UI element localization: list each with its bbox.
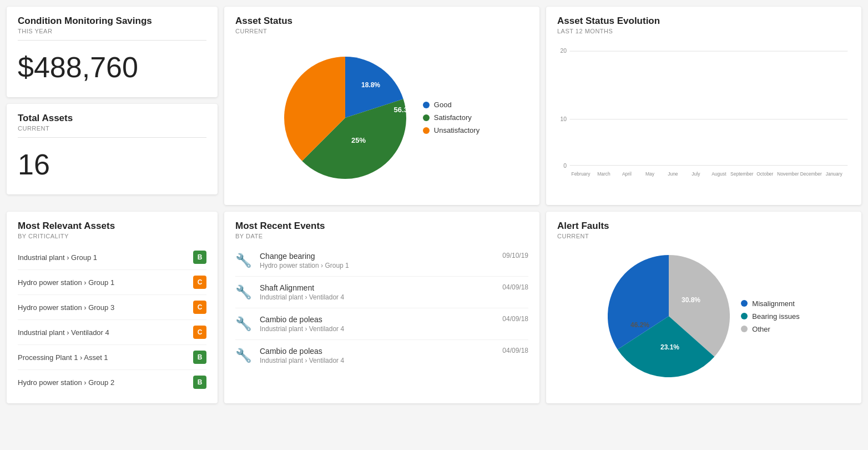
asset-label: Hydro power station › Group 3 xyxy=(18,303,114,312)
asset-status-card: Asset Status CURRENT 56.3% 25% 18.8% xyxy=(224,7,539,205)
wrench-icon: 🔧 xyxy=(235,316,252,332)
alert-faults-pie-area: 46.2% 30.8% 23.1% Misalignment Bearing i… xyxy=(557,244,850,388)
legend-unsatisfactory: Unsatisfactory xyxy=(423,126,480,134)
alert-faults-legend: Misalignment Bearing issues Other xyxy=(741,299,799,333)
badge-b: B xyxy=(193,351,206,364)
legend-misalignment-label: Misalignment xyxy=(752,299,795,308)
badge-c: C xyxy=(193,301,206,314)
legend-other: Other xyxy=(741,325,799,333)
event-sub: Industrial plant › Ventilador 4 xyxy=(260,293,494,301)
asset-status-evolution-card: Asset Status Evolution LAST 12 MONTHS 20… xyxy=(546,7,861,205)
event-date: 04/09/18 xyxy=(502,315,528,323)
legend-bearing-dot xyxy=(741,313,748,319)
most-recent-events-card: Most Recent Events BY DATE 🔧 Change bear… xyxy=(224,212,539,403)
event-title: Cambio de poleas xyxy=(260,347,494,356)
asset-list: Industrial plant › Group 1 B Hydro power… xyxy=(18,245,206,394)
relevant-assets-title: Most Relevant Assets xyxy=(18,221,206,232)
relevant-assets-subtitle: BY CRITICALITY xyxy=(18,233,206,239)
list-item[interactable]: Industrial plant › Ventilador 4 C xyxy=(18,320,206,345)
wrench-icon: 🔧 xyxy=(235,284,252,300)
events-title: Most Recent Events xyxy=(235,221,528,232)
event-title: Cambio de poleas xyxy=(260,315,494,324)
legend-good-dot xyxy=(423,102,430,108)
legend-good: Good xyxy=(423,101,480,109)
svg-text:January: January xyxy=(826,171,843,177)
wrench-icon: 🔧 xyxy=(235,348,252,363)
legend-unsatisfactory-label: Unsatisfactory xyxy=(434,126,480,134)
savings-value: $488,760 xyxy=(18,46,206,88)
svg-text:20: 20 xyxy=(560,48,567,54)
svg-text:October: October xyxy=(756,171,773,177)
legend-misalignment: Misalignment xyxy=(741,299,799,308)
asset-status-legend: Good Satisfactory Unsatisfactory xyxy=(423,101,480,134)
event-item[interactable]: 🔧 Cambio de poleas Industrial plant › Ve… xyxy=(235,340,528,371)
badge-c: C xyxy=(193,326,206,339)
legend-good-label: Good xyxy=(434,101,452,109)
legend-satisfactory-label: Satisfactory xyxy=(434,113,472,122)
savings-card: Condition Monitoring Savings THIS YEAR $… xyxy=(7,7,218,97)
total-assets-subtitle: CURRENT xyxy=(18,125,206,132)
legend-misalignment-dot xyxy=(741,300,748,307)
svg-text:December: December xyxy=(800,171,822,177)
event-sub: Hydro power station › Group 1 xyxy=(260,262,494,269)
svg-text:July: July xyxy=(692,171,700,177)
event-date: 09/10/19 xyxy=(502,252,528,259)
events-list: 🔧 Change bearing Hydro power station › G… xyxy=(235,245,528,371)
alert-faults-title: Alert Faults xyxy=(557,221,850,232)
legend-unsatisfactory-dot xyxy=(423,127,430,134)
event-item[interactable]: 🔧 Shaft Alignment Industrial plant › Ven… xyxy=(235,277,528,308)
badge-b: B xyxy=(193,376,206,389)
event-info: Cambio de poleas Industrial plant › Vent… xyxy=(260,347,494,364)
asset-label: Industrial plant › Ventilador 4 xyxy=(18,328,109,337)
asset-status-pie xyxy=(284,57,406,179)
svg-text:November: November xyxy=(777,171,799,177)
alert-faults-card: Alert Faults CURRENT 46.2% 30.8% 23.1% xyxy=(546,212,861,403)
event-info: Shaft Alignment Industrial plant › Venti… xyxy=(260,283,494,301)
evolution-subtitle: LAST 12 MONTHS xyxy=(557,28,850,34)
total-assets-card: Total Assets CURRENT 16 xyxy=(7,104,218,194)
total-assets-value: 16 xyxy=(18,143,206,186)
event-info: Change bearing Hydro power station › Gro… xyxy=(260,252,494,269)
event-date: 04/09/18 xyxy=(502,347,528,354)
badge-b: B xyxy=(193,251,206,264)
event-item[interactable]: 🔧 Cambio de poleas Industrial plant › Ve… xyxy=(235,308,528,340)
svg-text:March: March xyxy=(597,171,610,177)
svg-text:10: 10 xyxy=(560,116,567,122)
event-sub: Industrial plant › Ventilador 4 xyxy=(260,357,494,364)
wrench-icon: 🔧 xyxy=(235,253,252,268)
svg-text:June: June xyxy=(668,171,678,177)
list-item[interactable]: Hydro power station › Group 2 B xyxy=(18,370,206,394)
event-title: Change bearing xyxy=(260,252,494,261)
legend-satisfactory-dot xyxy=(423,114,430,121)
savings-title: Condition Monitoring Savings xyxy=(18,16,206,27)
alert-faults-subtitle: CURRENT xyxy=(557,233,850,239)
svg-text:April: April xyxy=(622,171,632,177)
asset-status-pie-area: 56.3% 25% 18.8% Good Satisfactory Unsati… xyxy=(235,39,528,196)
asset-label: Hydro power station › Group 2 xyxy=(18,378,114,387)
legend-other-label: Other xyxy=(752,325,770,333)
event-info: Cambio de poleas Industrial plant › Vent… xyxy=(260,315,494,333)
svg-text:0: 0 xyxy=(563,163,567,169)
bar-chart-container: 20 10 0 February xyxy=(557,39,850,196)
asset-label: Hydro power station › Group 1 xyxy=(18,278,114,287)
most-relevant-assets-card: Most Relevant Assets BY CRITICALITY Indu… xyxy=(7,212,218,403)
asset-label: Industrial plant › Group 1 xyxy=(18,253,97,262)
event-item[interactable]: 🔧 Change bearing Hydro power station › G… xyxy=(235,245,528,277)
legend-bearing-label: Bearing issues xyxy=(752,312,799,321)
event-sub: Industrial plant › Ventilador 4 xyxy=(260,325,494,333)
list-item[interactable]: Industrial plant › Group 1 B xyxy=(18,245,206,270)
asset-status-title: Asset Status xyxy=(235,16,528,27)
list-item[interactable]: Hydro power station › Group 1 C xyxy=(18,270,206,295)
bar-chart-svg: 20 10 0 February xyxy=(557,39,850,194)
savings-subtitle: THIS YEAR xyxy=(18,28,206,34)
svg-text:September: September xyxy=(730,171,754,177)
list-item[interactable]: Hydro power station › Group 3 C xyxy=(18,295,206,320)
asset-label: Processing Plant 1 › Asset 1 xyxy=(18,353,108,362)
legend-bearing: Bearing issues xyxy=(741,312,799,321)
asset-status-subtitle: CURRENT xyxy=(235,28,528,34)
event-date: 04/09/18 xyxy=(502,283,528,291)
list-item[interactable]: Processing Plant 1 › Asset 1 B xyxy=(18,345,206,370)
badge-c: C xyxy=(193,276,206,289)
events-subtitle: BY DATE xyxy=(235,233,528,239)
legend-satisfactory: Satisfactory xyxy=(423,113,480,122)
